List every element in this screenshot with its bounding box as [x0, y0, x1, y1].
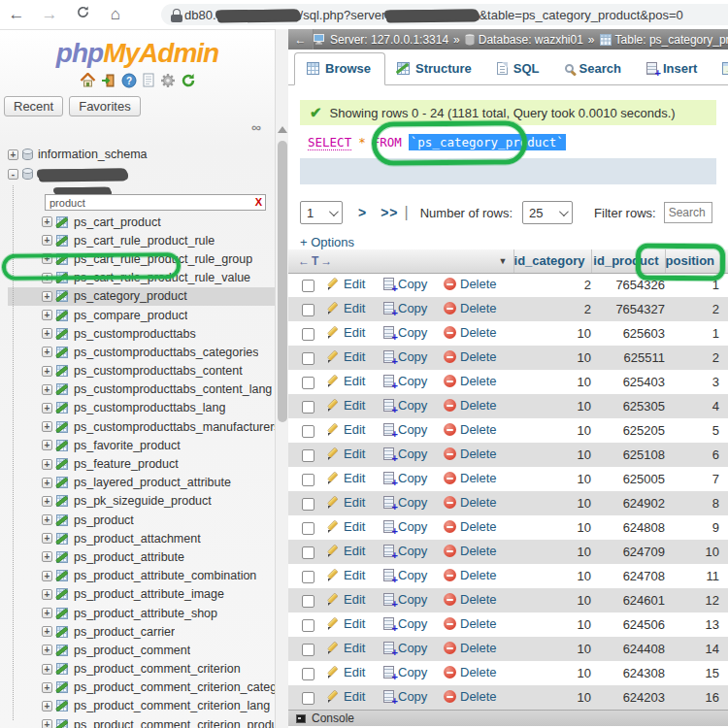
collapse-minus-icon[interactable]: - [8, 169, 18, 180]
edit-link[interactable]: Edit [327, 325, 365, 340]
row-checkbox[interactable] [302, 546, 314, 559]
browser-forward-icon[interactable]: → [33, 5, 66, 24]
refresh-nav-icon[interactable] [181, 73, 196, 88]
rows-per-page-select[interactable]: 25 [522, 201, 573, 224]
sort-caret-icon[interactable]: ▼ [499, 256, 508, 266]
row-checkbox[interactable] [302, 619, 314, 632]
sidebar-table-item[interactable]: + ps_customproducttabs_content [8, 362, 275, 381]
docs-icon[interactable] [142, 73, 155, 88]
sidebar-table-item[interactable]: + ps_cart_rule_product_rule [8, 231, 275, 249]
expand-plus-icon[interactable]: + [42, 216, 52, 227]
browser-refresh-icon[interactable] [66, 5, 99, 24]
expand-plus-icon[interactable]: + [42, 440, 52, 450]
sidebar-table-item[interactable]: + ps_product_comment_criterion_category [8, 678, 275, 697]
expand-plus-icon[interactable]: + [42, 608, 52, 618]
sidebar-table-item[interactable]: + ps_cart_product [8, 213, 275, 231]
row-checkbox[interactable] [302, 280, 314, 292]
tree-item-information-schema[interactable]: + information_schema [8, 145, 275, 164]
page-select[interactable]: 1 [300, 201, 343, 224]
copy-link[interactable]: Copy [383, 544, 427, 558]
expand-plus-icon[interactable]: + [42, 235, 52, 246]
copy-link[interactable]: Copy [383, 277, 427, 291]
phpmyadmin-logo[interactable]: phpMyAdmin [0, 38, 275, 69]
sidebar-table-item[interactable]: + ps_customproducttabs_manufacturers [8, 417, 275, 436]
delete-link[interactable]: Delete [444, 422, 497, 437]
delete-link[interactable]: Delete [444, 592, 497, 607]
address-bar[interactable]: db80./sql.php?server&table=ps_category_p… [161, 4, 728, 25]
clear-filter-icon[interactable]: X [255, 196, 262, 208]
column-header-id-category[interactable]: id_category [513, 249, 591, 273]
edit-link[interactable]: Edit [327, 349, 365, 364]
copy-link[interactable]: Copy [383, 447, 427, 461]
sidebar-table-item[interactable]: + ps_product_attribute_image [8, 585, 275, 604]
delete-link[interactable]: Delete [444, 616, 497, 631]
edit-link[interactable]: Edit [327, 398, 365, 413]
expand-plus-icon[interactable]: + [42, 366, 52, 377]
sidebar-scrollbar[interactable] [275, 29, 288, 728]
breadcrumb-table[interactable]: Table: ps_category_product [600, 33, 728, 47]
delete-link[interactable]: Delete [444, 641, 497, 655]
sidebar-table-item[interactable]: + ps_favorite_product [8, 436, 275, 454]
sidebar-table-item[interactable]: + ps_product_comment [8, 641, 275, 659]
sidebar-table-item[interactable]: + ps_compare_product [8, 306, 275, 324]
delete-link[interactable]: Delete [444, 665, 497, 679]
column-header-position[interactable]: position [665, 249, 719, 273]
row-checkbox[interactable] [302, 474, 314, 486]
copy-link[interactable]: Copy [383, 301, 427, 315]
expand-plus-icon[interactable]: + [42, 701, 52, 711]
breadcrumb-back-button[interactable]: ← [288, 29, 314, 50]
row-checkbox[interactable] [302, 644, 314, 656]
settings-icon[interactable] [160, 73, 176, 88]
sidebar-table-item[interactable]: + ps_feature_product [8, 454, 275, 473]
sidebar-table-item[interactable]: + ps_product_attachment [8, 529, 275, 547]
expand-plus-icon[interactable]: + [42, 273, 52, 283]
sidebar-table-item[interactable]: + ps_customproducttabs [8, 324, 275, 343]
copy-link[interactable]: Copy [383, 422, 427, 437]
copy-link[interactable]: Copy [383, 325, 427, 340]
expand-plus-icon[interactable]: + [42, 347, 52, 357]
edit-link[interactable]: Edit [327, 422, 365, 437]
copy-link[interactable]: Copy [383, 374, 427, 388]
help-icon[interactable]: ? [121, 73, 137, 88]
delete-link[interactable]: Delete [444, 349, 497, 364]
row-checkbox[interactable] [302, 692, 314, 705]
copy-link[interactable]: Copy [383, 641, 427, 655]
row-checkbox[interactable] [302, 401, 314, 414]
row-checkbox[interactable] [302, 425, 314, 438]
sidebar-table-item[interactable]: + ps_product_attribute_combination [8, 567, 275, 585]
expand-plus-icon[interactable]: + [42, 682, 52, 693]
edit-link[interactable]: Edit [327, 374, 365, 388]
tab-browse[interactable]: Browse [294, 52, 385, 85]
delete-link[interactable]: Delete [444, 495, 497, 510]
tab-insert[interactable]: Insert [635, 53, 711, 84]
tree-item-current-database[interactable]: - [8, 164, 275, 183]
delete-link[interactable]: Delete [444, 447, 497, 461]
unlink-panel-icon[interactable]: ∞ [251, 119, 261, 135]
expand-plus-icon[interactable]: + [42, 496, 52, 507]
expand-plus-icon[interactable]: + [42, 459, 52, 470]
row-checkbox[interactable] [302, 377, 314, 389]
expand-plus-icon[interactable]: + [42, 421, 52, 432]
expand-plus-icon[interactable]: + [42, 478, 52, 488]
column-header-id-product[interactable]: id_product [591, 249, 665, 273]
sidebar-table-item[interactable]: + ps_customproducttabs_lang [8, 399, 275, 417]
row-checkbox[interactable] [302, 571, 314, 583]
expand-plus-icon[interactable]: + [42, 253, 52, 264]
copy-link[interactable]: Copy [383, 519, 427, 534]
expand-plus-icon[interactable]: + [42, 719, 52, 728]
breadcrumb-database[interactable]: Database: wazxhi01 [465, 33, 583, 47]
sidebar-table-item[interactable]: + ps_pk_sizeguide_product [8, 492, 275, 511]
edit-link[interactable]: Edit [327, 519, 365, 534]
copy-link[interactable]: Copy [383, 398, 427, 413]
tab-structure[interactable]: Structure [385, 53, 485, 84]
logout-icon[interactable] [101, 73, 116, 88]
delete-link[interactable]: Delete [444, 325, 497, 340]
sidebar-table-item[interactable]: + ps_product_comment_criterion_lang [8, 697, 275, 715]
copy-link[interactable]: Copy [383, 616, 427, 631]
breadcrumb-server[interactable]: Server: 127.0.0.1:3314 [314, 33, 448, 47]
row-checkbox[interactable] [302, 449, 314, 462]
expand-plus-icon[interactable]: + [42, 551, 52, 562]
filter-rows-input[interactable] [664, 202, 712, 223]
browser-back-icon[interactable]: ← [0, 5, 33, 24]
sidebar-table-item[interactable]: + ps_customproducttabs_categories [8, 343, 275, 361]
